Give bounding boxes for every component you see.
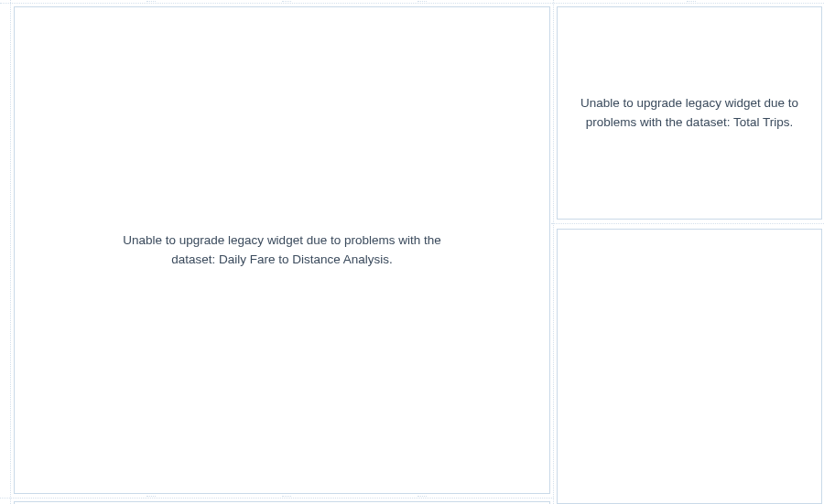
gridline-tick <box>146 496 156 497</box>
widget-error-message: Unable to upgrade legacy widget due to p… <box>576 94 803 132</box>
gridline <box>0 3 824 4</box>
gridline-tick <box>417 496 427 497</box>
gridline <box>10 0 11 504</box>
gridline <box>0 498 554 499</box>
dashboard-container: Unable to upgrade legacy widget due to p… <box>0 0 824 504</box>
gridline <box>553 0 554 504</box>
gridline-tick <box>417 1 427 2</box>
gridline-tick <box>146 1 156 2</box>
widget-panel-total-trips[interactable]: Unable to upgrade legacy widget due to p… <box>557 6 822 220</box>
gridline-tick <box>282 496 291 497</box>
widget-panel-daily-fare-distance[interactable]: Unable to upgrade legacy widget due to p… <box>14 6 550 494</box>
gridline-tick <box>282 1 291 2</box>
widget-panel-empty[interactable] <box>557 229 822 504</box>
gridline <box>551 223 824 224</box>
gridline-tick <box>687 1 696 2</box>
widget-error-message: Unable to upgrade legacy widget due to p… <box>117 231 447 269</box>
